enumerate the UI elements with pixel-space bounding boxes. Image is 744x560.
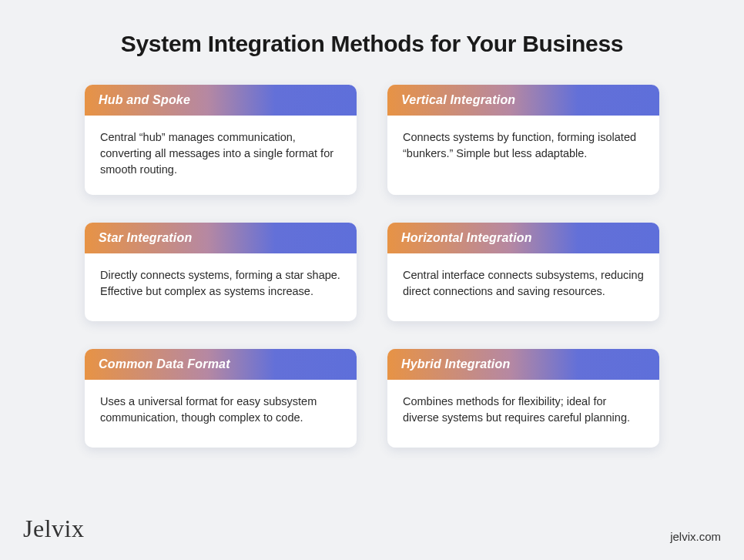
card-heading: Hub and Spoke [85,85,357,116]
cards-grid: Hub and Spoke Central “hub” manages comm… [46,85,698,448]
brand-url: jelvix.com [670,530,721,543]
brand-logo: Jelvix [23,515,84,543]
card-body: Directly connects systems, forming a sta… [85,253,357,321]
card-heading: Common Data Format [85,349,357,380]
card-star-integration: Star Integration Directly connects syste… [85,223,357,321]
card-body: Uses a universal format for easy subsyst… [85,380,357,448]
card-body: Central “hub” manages communication, con… [85,116,357,195]
card-common-data-format: Common Data Format Uses a universal form… [85,349,357,448]
card-vertical-integration: Vertical Integration Connects systems by… [387,85,659,195]
card-body: Connects systems by function, forming is… [387,116,659,183]
card-hybrid-integration: Hybrid Integration Combines methods for … [387,349,659,448]
card-heading: Star Integration [85,223,357,253]
footer: Jelvix jelvix.com [0,515,744,543]
card-hub-and-spoke: Hub and Spoke Central “hub” manages comm… [85,85,357,195]
card-body: Central interface connects subsystems, r… [387,253,659,321]
card-heading: Horizontal Integration [387,223,659,253]
card-body: Combines methods for flexibility; ideal … [387,380,659,448]
card-horizontal-integration: Horizontal Integration Central interface… [387,223,659,321]
page-title: System Integration Methods for Your Busi… [46,31,698,57]
card-heading: Hybrid Integration [387,349,659,380]
card-heading: Vertical Integration [387,85,659,116]
